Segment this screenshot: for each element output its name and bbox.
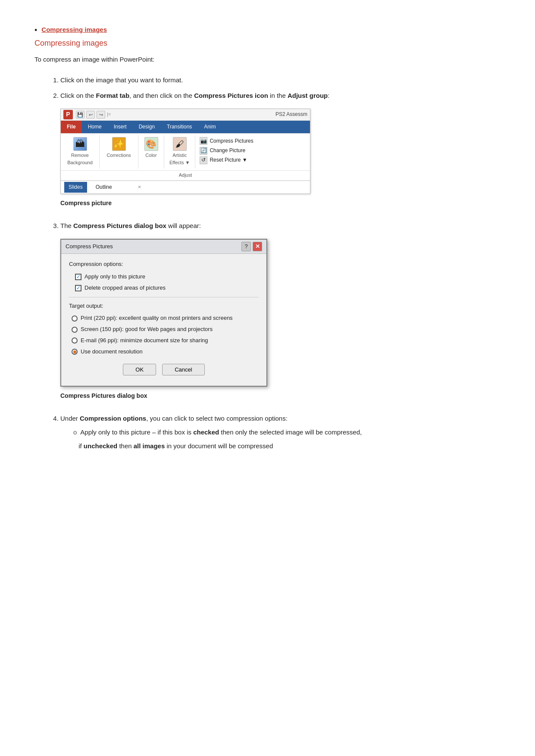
dialog-title: Compress Pictures bbox=[66, 242, 113, 251]
reset-picture-label: Reset Picture ▼ bbox=[210, 156, 247, 164]
ribbon-group-remove-bg: 🏔 RemoveBackground bbox=[61, 135, 100, 169]
tab-transitions[interactable]: Transitions bbox=[161, 121, 198, 133]
radio-document[interactable]: Use document resolution bbox=[72, 347, 259, 356]
apply-only-checkbox[interactable]: ✓ bbox=[75, 274, 81, 280]
redo-icon[interactable]: ↪ bbox=[97, 111, 105, 119]
compression-options-label: Compression options: bbox=[69, 260, 259, 269]
save-icon[interactable]: 💾 bbox=[76, 111, 84, 119]
section-heading: Compressing images bbox=[34, 39, 501, 48]
email-label: E-mail (96 ppi): minimize document size … bbox=[81, 336, 208, 345]
close-x-icon[interactable]: × bbox=[138, 183, 141, 192]
dialog-screenshot: Compress Pictures ? ✕ Compression option… bbox=[60, 239, 501, 408]
ribbon-title: PS2 Assessm bbox=[275, 110, 307, 119]
delete-cropped-checkbox[interactable]: ✓ bbox=[75, 285, 81, 291]
step-2: Click on the Format tab, and then click … bbox=[60, 91, 501, 216]
step-3-text: The Compress Pictures dialog box will ap… bbox=[60, 222, 201, 229]
tab-insert[interactable]: Insert bbox=[108, 121, 133, 133]
dialog-body: Compression options: ✓ Apply only to thi… bbox=[61, 254, 266, 385]
dialog-titlebar: Compress Pictures ? ✕ bbox=[61, 240, 266, 254]
sub-marker-2 bbox=[73, 441, 75, 451]
intro-text: To compress an image within PowerPoint: bbox=[34, 56, 501, 63]
apply-only-label: Apply only to this picture bbox=[84, 272, 145, 281]
document-label: Use document resolution bbox=[81, 347, 143, 356]
steps-list: Click on the image that you want to form… bbox=[34, 75, 501, 451]
dialog-help-button[interactable]: ? bbox=[241, 242, 251, 251]
compress-pictures-item[interactable]: 📷 Compress Pictures bbox=[200, 137, 253, 145]
compress-pictures-icon: 📷 bbox=[200, 137, 207, 145]
ribbon-right-group: 📷 Compress Pictures 🔄 Change Picture ↺ R… bbox=[195, 135, 257, 166]
dialog-cancel-button[interactable]: Cancel bbox=[162, 364, 204, 375]
tab-anim[interactable]: Anim bbox=[198, 121, 222, 133]
ribbon-tabs: File Home Insert Design Transitions Anim bbox=[61, 121, 310, 133]
sub-marker-1: o bbox=[73, 427, 77, 437]
dialog-close-button[interactable]: ✕ bbox=[253, 242, 262, 251]
ribbon-screenshot: P 💾 ↩ ↪ |= PS2 Assessm File Home Insert … bbox=[60, 109, 501, 216]
dialog-ok-button[interactable]: OK bbox=[123, 364, 156, 375]
change-picture-label: Change Picture bbox=[210, 147, 245, 155]
color-icon[interactable]: 🎨 bbox=[144, 137, 158, 151]
adjust-label: Adjust bbox=[61, 170, 310, 181]
document-radio[interactable] bbox=[72, 349, 78, 355]
screen-radio[interactable] bbox=[72, 327, 78, 333]
sub-item-unchecked-text: if unchecked then all images in your doc… bbox=[78, 441, 273, 451]
undo-icon[interactable]: ↩ bbox=[86, 111, 95, 119]
tab-design[interactable]: Design bbox=[133, 121, 161, 133]
bullet-dot: • bbox=[34, 26, 37, 35]
top-bullet-item: • Compressing images bbox=[34, 26, 501, 35]
dialog-caption: Compress Pictures dialog box bbox=[60, 391, 147, 400]
change-picture-item[interactable]: 🔄 Change Picture bbox=[200, 147, 253, 155]
powerpoint-icon: P bbox=[63, 110, 73, 119]
compressing-images-link[interactable]: Compressing images bbox=[41, 26, 107, 33]
email-radio[interactable] bbox=[72, 337, 78, 344]
step-2-text: Click on the Format tab, and then click … bbox=[60, 92, 329, 99]
ribbon-footer: Slides Outline × bbox=[61, 181, 310, 194]
remove-background-label: RemoveBackground bbox=[67, 152, 93, 167]
corrections-label: Corrections bbox=[106, 152, 131, 167]
compress-pictures-label: Compress Pictures bbox=[210, 137, 253, 145]
radio-screen[interactable]: Screen (150 ppi): good for Web pages and… bbox=[72, 325, 259, 334]
compress-dialog: Compress Pictures ? ✕ Compression option… bbox=[60, 239, 267, 386]
outline-tab[interactable]: Outline bbox=[91, 182, 116, 193]
dialog-title-buttons: ? ✕ bbox=[241, 242, 262, 251]
sub-item-apply-only-text: Apply only to this picture – if this box… bbox=[80, 427, 362, 437]
checkbox-apply-only[interactable]: ✓ Apply only to this picture bbox=[75, 272, 259, 281]
delete-cropped-label: Delete cropped areas of pictures bbox=[84, 284, 166, 293]
print-radio[interactable] bbox=[72, 316, 78, 322]
step-4-sub-list: o Apply only to this picture – if this b… bbox=[60, 427, 501, 451]
change-picture-icon: 🔄 bbox=[200, 147, 207, 155]
ribbon-caption: Compress picture bbox=[60, 198, 112, 208]
artistic-effects-label: ArtisticEffects ▼ bbox=[169, 152, 190, 167]
reset-picture-icon: ↺ bbox=[200, 156, 207, 164]
ribbon-group-artistic: 🖌 ArtisticEffects ▼ bbox=[164, 135, 195, 169]
ribbon-group-color: 🎨 Color bbox=[138, 135, 164, 169]
ribbon-body: 🏔 RemoveBackground ✨ Corrections bbox=[61, 133, 310, 170]
step-4-text: Under Compression options, you can click… bbox=[60, 415, 288, 422]
corrections-icon[interactable]: ✨ bbox=[112, 137, 126, 151]
reset-picture-item[interactable]: ↺ Reset Picture ▼ bbox=[200, 156, 253, 164]
sub-item-apply-only: o Apply only to this picture – if this b… bbox=[73, 427, 501, 437]
radio-email[interactable]: E-mail (96 ppi): minimize document size … bbox=[72, 336, 259, 345]
print-label: Print (220 ppi): excellent quality on mo… bbox=[81, 314, 233, 323]
remove-background-icon[interactable]: 🏔 bbox=[73, 137, 87, 151]
checkbox-delete-cropped[interactable]: ✓ Delete cropped areas of pictures bbox=[75, 284, 259, 293]
step-3: The Compress Pictures dialog box will ap… bbox=[60, 221, 501, 408]
ribbon-mockup: P 💾 ↩ ↪ |= PS2 Assessm File Home Insert … bbox=[60, 109, 310, 194]
dialog-divider-1 bbox=[69, 297, 259, 297]
artistic-effects-icon[interactable]: 🖌 bbox=[173, 137, 187, 151]
step-1: Click on the image that you want to form… bbox=[60, 75, 501, 85]
screen-label: Screen (150 ppi): good for Web pages and… bbox=[81, 325, 213, 334]
tab-file[interactable]: File bbox=[61, 121, 82, 133]
radio-print[interactable]: Print (220 ppi): excellent quality on mo… bbox=[72, 314, 259, 323]
color-label: Color bbox=[145, 152, 156, 167]
ribbon-group-corrections: ✨ Corrections bbox=[100, 135, 138, 169]
step-4: Under Compression options, you can click… bbox=[60, 413, 501, 451]
dialog-footer: OK Cancel bbox=[69, 359, 259, 381]
target-output-label: Target output: bbox=[69, 302, 259, 311]
sub-item-unchecked: if unchecked then all images in your doc… bbox=[73, 441, 501, 451]
slides-tab[interactable]: Slides bbox=[64, 182, 87, 193]
tab-home[interactable]: Home bbox=[82, 121, 108, 133]
step-1-text: Click on the image that you want to form… bbox=[60, 76, 183, 84]
